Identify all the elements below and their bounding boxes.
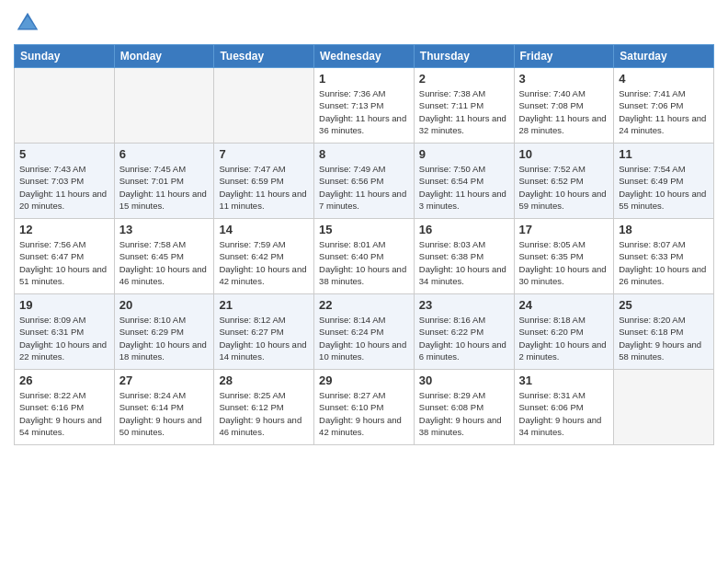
day-info: Sunrise: 8:25 AM Sunset: 6:12 PM Dayligh… bbox=[219, 389, 309, 438]
day-number: 20 bbox=[119, 298, 210, 312]
calendar-cell: 7Sunrise: 7:47 AM Sunset: 6:59 PM Daylig… bbox=[214, 144, 314, 219]
day-info: Sunrise: 8:31 AM Sunset: 6:06 PM Dayligh… bbox=[519, 389, 609, 438]
calendar-cell: 9Sunrise: 7:50 AM Sunset: 6:54 PM Daylig… bbox=[414, 144, 514, 219]
day-info: Sunrise: 8:05 AM Sunset: 6:35 PM Dayligh… bbox=[519, 238, 609, 287]
calendar-cell: 27Sunrise: 8:24 AM Sunset: 6:14 PM Dayli… bbox=[114, 370, 214, 445]
day-number: 16 bbox=[419, 223, 509, 236]
day-info: Sunrise: 8:14 AM Sunset: 6:24 PM Dayligh… bbox=[319, 314, 409, 362]
day-number: 29 bbox=[319, 373, 409, 387]
day-number: 27 bbox=[119, 373, 210, 387]
calendar-cell: 1Sunrise: 7:36 AM Sunset: 7:13 PM Daylig… bbox=[314, 68, 415, 144]
calendar-cell: 29Sunrise: 8:27 AM Sunset: 6:10 PM Dayli… bbox=[314, 370, 415, 445]
calendar-cell bbox=[114, 68, 214, 144]
logo bbox=[14, 9, 45, 37]
day-number: 31 bbox=[519, 373, 609, 387]
calendar-cell: 25Sunrise: 8:20 AM Sunset: 6:18 PM Dayli… bbox=[614, 294, 714, 370]
calendar-cell: 11Sunrise: 7:54 AM Sunset: 6:49 PM Dayli… bbox=[614, 144, 714, 219]
logo-icon bbox=[14, 9, 41, 37]
day-info: Sunrise: 8:24 AM Sunset: 6:14 PM Dayligh… bbox=[119, 389, 210, 438]
calendar-header-row: SundayMondayTuesdayWednesdayThursdayFrid… bbox=[15, 45, 714, 68]
calendar-cell: 15Sunrise: 8:01 AM Sunset: 6:40 PM Dayli… bbox=[314, 219, 415, 294]
day-info: Sunrise: 7:49 AM Sunset: 6:56 PM Dayligh… bbox=[319, 163, 409, 212]
day-header-sunday: Sunday bbox=[15, 45, 115, 68]
day-info: Sunrise: 8:20 AM Sunset: 6:18 PM Dayligh… bbox=[619, 314, 709, 362]
day-info: Sunrise: 7:47 AM Sunset: 6:59 PM Dayligh… bbox=[219, 163, 309, 212]
day-header-friday: Friday bbox=[514, 45, 614, 68]
day-info: Sunrise: 7:52 AM Sunset: 6:52 PM Dayligh… bbox=[519, 163, 609, 212]
day-info: Sunrise: 7:54 AM Sunset: 6:49 PM Dayligh… bbox=[619, 163, 709, 212]
calendar-cell: 6Sunrise: 7:45 AM Sunset: 7:01 PM Daylig… bbox=[114, 144, 214, 219]
day-number: 10 bbox=[519, 147, 609, 161]
day-info: Sunrise: 8:29 AM Sunset: 6:08 PM Dayligh… bbox=[419, 389, 509, 438]
day-number: 30 bbox=[419, 373, 509, 387]
day-header-wednesday: Wednesday bbox=[314, 45, 415, 68]
day-number: 1 bbox=[319, 72, 409, 86]
calendar-cell: 2Sunrise: 7:38 AM Sunset: 7:11 PM Daylig… bbox=[414, 68, 514, 144]
day-number: 18 bbox=[619, 223, 709, 236]
day-info: Sunrise: 7:59 AM Sunset: 6:42 PM Dayligh… bbox=[219, 238, 309, 287]
calendar-cell: 21Sunrise: 8:12 AM Sunset: 6:27 PM Dayli… bbox=[214, 294, 314, 370]
page: SundayMondayTuesdayWednesdayThursdayFrid… bbox=[0, 0, 728, 563]
calendar-cell: 20Sunrise: 8:10 AM Sunset: 6:29 PM Dayli… bbox=[114, 294, 214, 370]
day-number: 23 bbox=[419, 298, 509, 312]
calendar-cell: 23Sunrise: 8:16 AM Sunset: 6:22 PM Dayli… bbox=[414, 294, 514, 370]
day-number: 13 bbox=[119, 223, 210, 236]
calendar-cell bbox=[15, 68, 115, 144]
day-info: Sunrise: 8:09 AM Sunset: 6:31 PM Dayligh… bbox=[19, 314, 109, 362]
calendar-cell: 12Sunrise: 7:56 AM Sunset: 6:47 PM Dayli… bbox=[15, 219, 115, 294]
calendar-cell: 24Sunrise: 8:18 AM Sunset: 6:20 PM Dayli… bbox=[514, 294, 614, 370]
week-row-5: 26Sunrise: 8:22 AM Sunset: 6:16 PM Dayli… bbox=[15, 370, 714, 445]
day-number: 4 bbox=[619, 72, 709, 86]
day-number: 9 bbox=[419, 147, 509, 161]
calendar-cell bbox=[214, 68, 314, 144]
calendar-cell: 10Sunrise: 7:52 AM Sunset: 6:52 PM Dayli… bbox=[514, 144, 614, 219]
day-number: 24 bbox=[519, 298, 609, 312]
calendar-cell: 5Sunrise: 7:43 AM Sunset: 7:03 PM Daylig… bbox=[15, 144, 115, 219]
day-number: 28 bbox=[219, 373, 309, 387]
day-number: 3 bbox=[519, 72, 609, 86]
day-info: Sunrise: 8:27 AM Sunset: 6:10 PM Dayligh… bbox=[319, 389, 409, 438]
week-row-3: 12Sunrise: 7:56 AM Sunset: 6:47 PM Dayli… bbox=[15, 219, 714, 294]
day-number: 19 bbox=[19, 298, 109, 312]
day-info: Sunrise: 7:56 AM Sunset: 6:47 PM Dayligh… bbox=[19, 238, 109, 287]
day-number: 26 bbox=[19, 373, 109, 387]
calendar-cell: 14Sunrise: 7:59 AM Sunset: 6:42 PM Dayli… bbox=[214, 219, 314, 294]
week-row-4: 19Sunrise: 8:09 AM Sunset: 6:31 PM Dayli… bbox=[15, 294, 714, 370]
day-number: 7 bbox=[219, 147, 309, 161]
day-number: 6 bbox=[119, 147, 210, 161]
day-info: Sunrise: 8:03 AM Sunset: 6:38 PM Dayligh… bbox=[419, 238, 509, 287]
day-number: 15 bbox=[319, 223, 409, 236]
calendar-cell: 13Sunrise: 7:58 AM Sunset: 6:45 PM Dayli… bbox=[114, 219, 214, 294]
day-number: 25 bbox=[619, 298, 709, 312]
day-info: Sunrise: 7:41 AM Sunset: 7:06 PM Dayligh… bbox=[619, 87, 709, 136]
week-row-2: 5Sunrise: 7:43 AM Sunset: 7:03 PM Daylig… bbox=[15, 144, 714, 219]
day-number: 17 bbox=[519, 223, 609, 236]
day-number: 2 bbox=[419, 72, 509, 86]
day-number: 22 bbox=[319, 298, 409, 312]
day-info: Sunrise: 8:22 AM Sunset: 6:16 PM Dayligh… bbox=[19, 389, 109, 438]
day-number: 21 bbox=[219, 298, 309, 312]
day-header-thursday: Thursday bbox=[414, 45, 514, 68]
calendar-cell: 17Sunrise: 8:05 AM Sunset: 6:35 PM Dayli… bbox=[514, 219, 614, 294]
calendar-cell: 22Sunrise: 8:14 AM Sunset: 6:24 PM Dayli… bbox=[314, 294, 415, 370]
calendar-cell: 31Sunrise: 8:31 AM Sunset: 6:06 PM Dayli… bbox=[514, 370, 614, 445]
calendar-cell: 3Sunrise: 7:40 AM Sunset: 7:08 PM Daylig… bbox=[514, 68, 614, 144]
day-info: Sunrise: 7:36 AM Sunset: 7:13 PM Dayligh… bbox=[319, 87, 409, 136]
day-number: 12 bbox=[19, 223, 109, 236]
day-number: 14 bbox=[219, 223, 309, 236]
day-header-monday: Monday bbox=[114, 45, 214, 68]
day-header-saturday: Saturday bbox=[614, 45, 714, 68]
day-header-tuesday: Tuesday bbox=[214, 45, 314, 68]
day-info: Sunrise: 8:18 AM Sunset: 6:20 PM Dayligh… bbox=[519, 314, 609, 362]
day-info: Sunrise: 7:50 AM Sunset: 6:54 PM Dayligh… bbox=[419, 163, 509, 212]
day-info: Sunrise: 8:16 AM Sunset: 6:22 PM Dayligh… bbox=[419, 314, 509, 362]
day-info: Sunrise: 8:01 AM Sunset: 6:40 PM Dayligh… bbox=[319, 238, 409, 287]
header bbox=[14, 9, 714, 37]
calendar-cell: 18Sunrise: 8:07 AM Sunset: 6:33 PM Dayli… bbox=[614, 219, 714, 294]
calendar-cell: 28Sunrise: 8:25 AM Sunset: 6:12 PM Dayli… bbox=[214, 370, 314, 445]
week-row-1: 1Sunrise: 7:36 AM Sunset: 7:13 PM Daylig… bbox=[15, 68, 714, 144]
calendar-cell bbox=[614, 370, 714, 445]
day-number: 5 bbox=[19, 147, 109, 161]
calendar-cell: 8Sunrise: 7:49 AM Sunset: 6:56 PM Daylig… bbox=[314, 144, 415, 219]
day-number: 11 bbox=[619, 147, 709, 161]
